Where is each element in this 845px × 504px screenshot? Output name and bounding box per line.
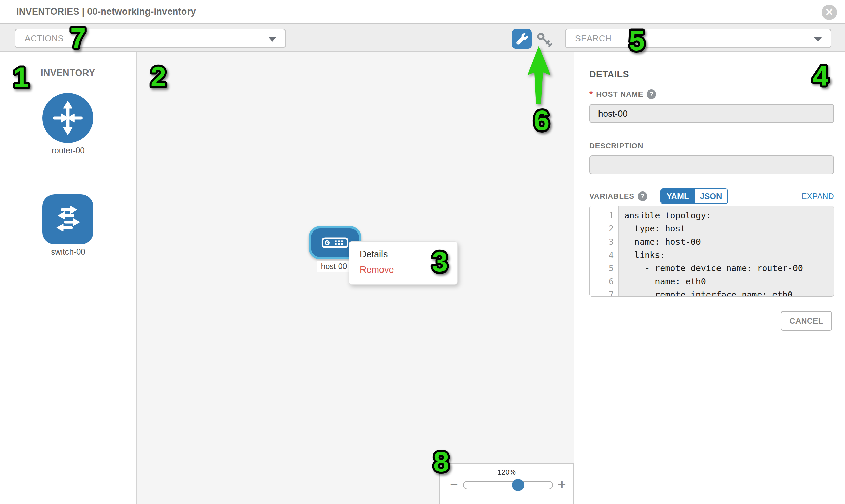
page-title: INVENTORIES | 00-networking-inventory bbox=[16, 6, 196, 17]
editor-line-number: 3 bbox=[590, 235, 614, 249]
editor-line-number: 7 bbox=[590, 288, 614, 296]
host-name-label: HOST NAME bbox=[596, 90, 643, 98]
host-node-label: host-00 bbox=[317, 260, 351, 272]
sidebar-title: INVENTORY bbox=[41, 68, 95, 78]
editor-line-number: 2 bbox=[590, 222, 614, 235]
zoom-slider-handle[interactable] bbox=[512, 479, 524, 491]
chevron-down-icon bbox=[814, 37, 822, 42]
inventory-sidebar: INVENTORY router-00 bbox=[0, 52, 137, 504]
host-name-input[interactable]: host-00 bbox=[589, 104, 834, 123]
menu-item-remove[interactable]: Remove bbox=[360, 263, 457, 278]
details-panel: DETAILS * HOST NAME ? host-00 DESCRIPTIO… bbox=[574, 52, 845, 504]
editor-code-line: name: eth0 bbox=[624, 275, 834, 288]
palette-item-label: switch-00 bbox=[42, 247, 94, 256]
menu-item-details[interactable]: Details bbox=[360, 248, 457, 263]
editor-code-line: name: host-00 bbox=[624, 235, 834, 249]
editor-code-line: ansible_topology: bbox=[624, 209, 834, 222]
editor-code-line: remote_interface_name: eth0 bbox=[624, 288, 834, 296]
router-icon bbox=[42, 93, 93, 143]
editor-code[interactable]: ansible_topology: type: host name: host-… bbox=[619, 206, 834, 296]
palette-item-router[interactable]: router-00 bbox=[42, 93, 94, 155]
help-icon[interactable]: ? bbox=[638, 192, 647, 201]
format-toggle: YAML JSON bbox=[660, 188, 728, 204]
editor-code-line: - remote_device_name: router-00 bbox=[624, 262, 834, 275]
zoom-level-label: 120% bbox=[440, 468, 574, 476]
variables-row: VARIABLES ? YAML JSON EXPAND bbox=[589, 188, 834, 204]
cancel-button[interactable]: CANCEL bbox=[780, 311, 832, 331]
json-toggle-button[interactable]: JSON bbox=[695, 189, 727, 203]
chevron-down-icon bbox=[268, 37, 276, 42]
credentials-key-button[interactable] bbox=[536, 33, 553, 47]
app-window: INVENTORIES | 00-networking-inventory ✕ … bbox=[0, 0, 845, 504]
editor-code-line: type: host bbox=[624, 222, 834, 235]
host-icon bbox=[321, 237, 349, 248]
palette-item-label: router-00 bbox=[42, 146, 94, 155]
title-bar: INVENTORIES | 00-networking-inventory ✕ bbox=[0, 0, 845, 24]
wrench-icon bbox=[516, 33, 528, 45]
description-label: DESCRIPTION bbox=[589, 142, 643, 150]
search-dropdown-label: SEARCH bbox=[566, 34, 611, 43]
topology-canvas[interactable]: host-00 Details Remove 120% − + bbox=[137, 52, 574, 504]
key-icon bbox=[536, 33, 553, 47]
actions-dropdown-label: ACTIONS bbox=[15, 34, 64, 43]
host-name-label-row: * HOST NAME ? bbox=[589, 89, 656, 99]
details-panel-title: DETAILS bbox=[589, 69, 629, 80]
toolbar: ACTIONS SEARCH bbox=[0, 24, 845, 52]
palette-item-switch[interactable]: switch-00 bbox=[42, 194, 94, 256]
editor-line-number: 5 bbox=[590, 262, 614, 275]
editor-line-number: 4 bbox=[590, 249, 614, 262]
zoom-in-button[interactable]: + bbox=[558, 478, 566, 491]
zoom-out-button[interactable]: − bbox=[450, 478, 458, 491]
editor-line-number: 6 bbox=[590, 275, 614, 288]
help-icon[interactable]: ? bbox=[647, 89, 656, 99]
actions-dropdown[interactable]: ACTIONS bbox=[15, 29, 286, 48]
zoom-slider-track[interactable] bbox=[463, 481, 553, 489]
description-input[interactable] bbox=[589, 155, 834, 174]
editor-code-line: links: bbox=[624, 249, 834, 262]
variables-label: VARIABLES bbox=[589, 192, 634, 201]
description-label-row: DESCRIPTION bbox=[589, 142, 643, 150]
editor-line-numbers: 1234567 bbox=[590, 206, 619, 296]
editor-line-number: 1 bbox=[590, 209, 614, 222]
variables-editor[interactable]: 1234567 ansible_topology: type: host nam… bbox=[589, 206, 834, 296]
close-icon[interactable]: ✕ bbox=[822, 5, 837, 20]
search-dropdown[interactable]: SEARCH bbox=[565, 29, 831, 48]
context-menu: Details Remove bbox=[349, 241, 458, 285]
switch-icon bbox=[42, 194, 93, 245]
zoom-control: 120% − + bbox=[439, 463, 574, 504]
expand-link[interactable]: EXPAND bbox=[802, 192, 834, 201]
configure-button[interactable] bbox=[512, 29, 532, 49]
required-marker: * bbox=[589, 89, 593, 99]
yaml-toggle-button[interactable]: YAML bbox=[661, 189, 695, 203]
